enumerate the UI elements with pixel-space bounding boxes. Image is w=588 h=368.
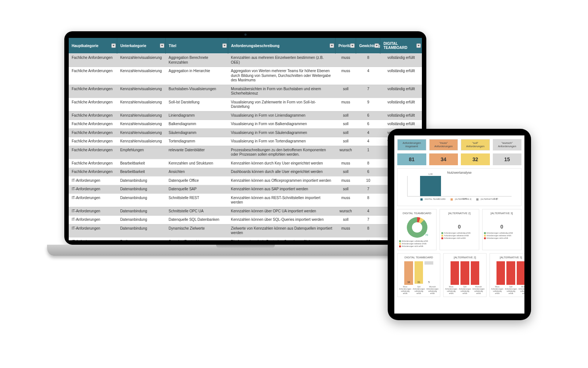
- table-row[interactable]: Fachliche AnforderungenKennzahlenvisuali…: [69, 98, 422, 111]
- table-row[interactable]: IT-AnforderungenDatenanbindungDatenquell…: [69, 216, 422, 224]
- axis-labels: Muss Anforderungen vollständig erfülltSo…: [445, 286, 484, 294]
- col-header-4[interactable]: Priorität: [335, 38, 356, 54]
- cell: Aggregation in Hierarchie: [166, 67, 228, 85]
- summary-card[interactable]: "wunsch" Anforderungen: [493, 139, 522, 151]
- table-row[interactable]: Fachliche AnforderungenKennzahlenvisuali…: [69, 85, 422, 98]
- table-row[interactable]: Fachliche AnforderungenBearbeitbarkeitAn…: [69, 168, 422, 177]
- cell: Visualisierung in Form von Balkendiagram…: [228, 120, 335, 129]
- cell: 4: [356, 137, 380, 146]
- cell: 4: [356, 128, 380, 137]
- cell: IT-Anforderungen: [69, 207, 117, 216]
- mini-bar-chart: [491, 261, 524, 285]
- table-row[interactable]: IT-AnforderungenDatenanbindungDatenquell…: [69, 176, 422, 185]
- cell: muss: [335, 54, 356, 67]
- cell: Datenquelle Office: [166, 176, 228, 185]
- col-header-0[interactable]: Hauptkategorie: [69, 38, 117, 54]
- cell: Kennzahlenvisualisierung: [117, 98, 166, 111]
- col-header-3[interactable]: Anforderungsbeschreibung: [228, 38, 335, 54]
- cell: Fachliche Anforderungen: [69, 159, 117, 168]
- filter-icon[interactable]: [222, 43, 227, 48]
- filter-icon[interactable]: [111, 43, 116, 48]
- cell: 1: [356, 146, 380, 159]
- cell: Kennzahlenvisualisierung: [117, 54, 166, 67]
- cell: Kennzahlen können aus Officeprogrammen i…: [228, 176, 335, 185]
- cell: Fachliche Anforderungen: [69, 128, 117, 137]
- cell: Säulendiagramm: [166, 128, 228, 137]
- table-row[interactable]: IT-AnforderungenBedienungSprache (Deutsc…: [69, 237, 422, 240]
- table-row[interactable]: Fachliche AnforderungenKennzahlenvisuali…: [69, 120, 422, 129]
- dashboard-app: Anforderungen insgesamt"muss" Anforderun…: [394, 135, 524, 314]
- donut-legend: Anforderungen vollständig erfülltAnforde…: [399, 240, 435, 248]
- cell: Soll-Ist Darstellung: [166, 98, 228, 111]
- cell: Visualisierung in Form von Liniendiagram…: [228, 111, 335, 120]
- cell: Datenanbindung: [117, 176, 166, 185]
- cell: soll: [335, 85, 356, 98]
- table-row[interactable]: Fachliche AnforderungenKennzahlenvisuali…: [69, 67, 422, 85]
- table-row[interactable]: Fachliche AnforderungenKennzahlenvisuali…: [69, 111, 422, 120]
- cell: soll: [335, 111, 356, 120]
- cell: Schnittstelle OPC UA: [166, 207, 228, 216]
- tablet-mock: Anforderungen insgesamt"muss" Anforderun…: [388, 129, 531, 320]
- bars-panel: [ALTERNATIVE 2]Muss Anforderungen vollst…: [443, 253, 486, 297]
- cell: Balkendiagramm: [166, 120, 228, 129]
- cell: vollständig erfüllt: [380, 111, 422, 120]
- cell: Zielwerte von Kennzahlen können aus Date…: [228, 224, 335, 237]
- cell: 8: [356, 159, 380, 168]
- cell: vollständig erfüllt: [380, 98, 422, 111]
- cell: soll: [335, 137, 356, 146]
- cell: muss: [335, 159, 356, 168]
- summary-count: 32: [461, 153, 490, 165]
- cell: muss: [335, 67, 356, 85]
- donut-legend: Anforderungen vollständig erfülltAnforde…: [441, 232, 477, 240]
- table-row[interactable]: Fachliche AnforderungenEmpfehlungenrelev…: [69, 146, 422, 159]
- cell: Dynamische Zielwerte: [166, 224, 228, 237]
- table-row[interactable]: Fachliche AnforderungenKennzahlenvisuali…: [69, 137, 422, 146]
- summary-card[interactable]: "muss" Anforderungen: [429, 139, 458, 151]
- cell: Kennzahlen können aus SAP importiert wer…: [228, 185, 335, 194]
- status-panel: [ALTERNATIVE 3]0Anforderungen vollständi…: [482, 209, 521, 250]
- table-row[interactable]: IT-AnforderungenDatenanbindungSchnittste…: [69, 194, 422, 207]
- cell: Kennzahlen können über SQL-Queries impor…: [228, 216, 335, 224]
- cell: Empfehlungen: [117, 146, 166, 159]
- cell: vollständig erfüllt: [380, 67, 422, 85]
- cell: 8: [356, 54, 380, 67]
- cell: relevante Datenblätter: [166, 146, 228, 159]
- cell: Kennzahlenvisualisierung: [117, 137, 166, 146]
- filter-icon[interactable]: [160, 43, 164, 48]
- requirements-table: HauptkategorieUnterkategorieTitelAnforde…: [69, 38, 422, 240]
- col-header-6[interactable]: DIGITAL TEAMBOARD: [380, 38, 422, 54]
- table-row[interactable]: IT-AnforderungenDatenanbindungDatenquell…: [69, 185, 422, 194]
- cell: Fachliche Anforderungen: [69, 168, 117, 177]
- laptop-base: [47, 245, 444, 256]
- cell: Fachliche Anforderungen: [69, 111, 117, 120]
- cell: IT-Anforderungen: [69, 216, 117, 224]
- cell: soll: [335, 128, 356, 137]
- donut-legend: Anforderungen vollständig erfülltAnforde…: [484, 232, 520, 240]
- cell: Sprache (Deutsch): [166, 237, 228, 240]
- cell: Fachliche Anforderungen: [69, 85, 117, 98]
- table-row[interactable]: Fachliche AnforderungenKennzahlenvisuali…: [69, 128, 422, 137]
- filter-icon[interactable]: [374, 43, 379, 48]
- cell: muss: [335, 194, 356, 207]
- table-row[interactable]: Fachliche AnforderungenBearbeitbarkeitKe…: [69, 159, 422, 168]
- status-panel: [ALTERNATIVE 2]0Anforderungen vollständi…: [440, 209, 479, 250]
- cell: Aggregation von Werten mehrerer Teams fü…: [228, 67, 335, 85]
- col-header-2[interactable]: Titel: [166, 38, 228, 54]
- cell: vollständig erfüllt: [380, 85, 422, 98]
- summary-card[interactable]: "soll" Anforderungen: [461, 139, 490, 151]
- table-row[interactable]: IT-AnforderungenDatenanbindungDynamische…: [69, 224, 422, 237]
- filter-icon[interactable]: [330, 43, 334, 48]
- col-header-1[interactable]: Unterkategorie: [117, 38, 166, 54]
- cell: IT-Anforderungen: [69, 185, 117, 194]
- filter-icon[interactable]: [416, 43, 421, 48]
- table-row[interactable]: Fachliche AnforderungenKennzahlenvisuali…: [69, 54, 422, 67]
- summary-card[interactable]: Anforderungen insgesamt: [397, 139, 426, 151]
- col-header-5[interactable]: Gewichtung: [356, 38, 380, 54]
- mini-bar-chart: [445, 261, 484, 285]
- cell: Fachliche Anforderungen: [69, 120, 117, 129]
- table-row[interactable]: IT-AnforderungenDatenanbindungSchnittste…: [69, 207, 422, 216]
- cell: Kennzahlen und Strukturen: [166, 159, 228, 168]
- filter-icon[interactable]: [350, 43, 355, 48]
- cell: 8: [356, 194, 380, 207]
- cell: Fachliche Anforderungen: [69, 137, 117, 146]
